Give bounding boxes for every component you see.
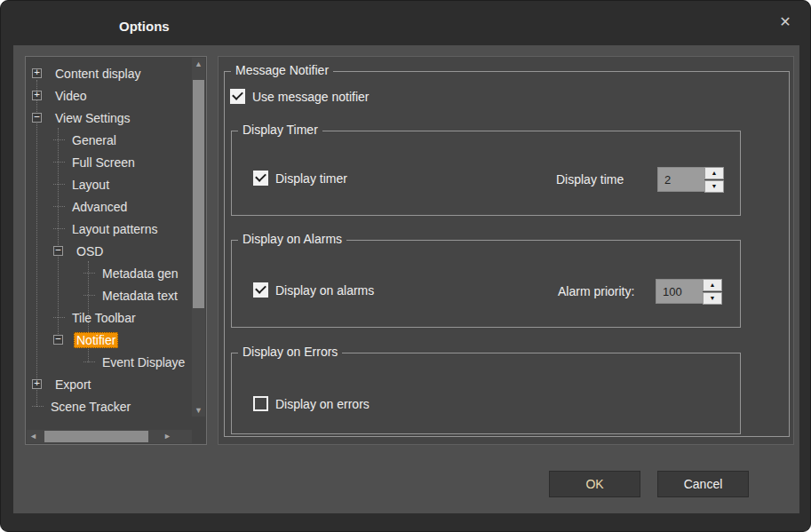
tree-item-tile-toolbar[interactable]: Tile Toolbar: [27, 306, 207, 329]
use-message-notifier-row: Use message notifier: [230, 89, 370, 104]
tree-horizontal-scrollbar[interactable]: ◄ ►: [27, 430, 192, 443]
checkmark-icon: [255, 282, 266, 294]
tree-item-layout[interactable]: Layout: [27, 173, 207, 195]
display-on-errors-row: Display on errors: [253, 396, 370, 411]
notifier-settings-panel: Message Notifier Use message notifier Di…: [218, 56, 794, 445]
tree-item-osd[interactable]: − OSD: [27, 240, 207, 262]
group-title: Message Notifier: [231, 63, 333, 77]
collapse-minus-icon[interactable]: −: [53, 335, 63, 345]
tree-item-view-settings[interactable]: − View Settings: [27, 107, 194, 129]
display-on-alarms-checkbox[interactable]: [253, 282, 268, 298]
display-on-alarms-row: Display on alarms: [253, 282, 374, 298]
dialog-body: + Content display + Video − View Setting…: [13, 45, 799, 513]
spin-up-icon[interactable]: ▲: [703, 279, 722, 291]
alarm-priority-spinner: 100 ▲ ▼: [656, 279, 722, 304]
display-timer-checkbox[interactable]: [253, 171, 268, 186]
alarm-priority-label: Alarm priority:: [558, 284, 634, 298]
display-time-value[interactable]: 2: [657, 167, 704, 192]
tree-item-metadata-general[interactable]: Metadata gen: [27, 262, 207, 284]
tree-item-event-displayed[interactable]: Event Displaye: [27, 351, 207, 373]
close-icon[interactable]: ✕: [775, 12, 795, 32]
tree-item-content-display[interactable]: + Content display: [27, 62, 194, 84]
tree-item-video[interactable]: + Video: [27, 84, 194, 107]
checkmark-icon: [255, 171, 266, 182]
window-title: Options: [119, 19, 170, 34]
display-time-label: Display time: [556, 172, 624, 187]
tree-item-layout-patterns[interactable]: Layout patterns: [27, 218, 207, 240]
spin-down-icon[interactable]: ▼: [704, 180, 724, 193]
expand-plus-icon[interactable]: +: [32, 68, 42, 78]
display-on-errors-group: Display on Errors Display on errors: [231, 353, 741, 434]
spin-up-icon[interactable]: ▲: [704, 167, 724, 179]
display-timer-group: Display Timer Display timer Display time…: [231, 131, 741, 216]
group-title: Display Timer: [238, 123, 322, 137]
tree-item-scene-tracker[interactable]: Scene Tracker: [27, 395, 194, 417]
display-timer-row: Display timer: [253, 171, 347, 186]
ok-button[interactable]: OK: [549, 471, 640, 497]
scroll-left-icon[interactable]: ◄: [27, 430, 40, 442]
spin-down-icon[interactable]: ▼: [703, 292, 722, 305]
tree-item-general[interactable]: General: [27, 129, 207, 151]
expand-plus-icon[interactable]: +: [32, 379, 42, 389]
cancel-button[interactable]: Cancel: [657, 471, 749, 497]
selected-tree-item: Notifier: [74, 332, 118, 348]
tree-item-advanced[interactable]: Advanced: [27, 195, 207, 218]
scroll-down-icon[interactable]: ▼: [192, 404, 205, 417]
display-time-spinner: 2 ▲ ▼: [657, 167, 724, 192]
tree-item-metadata-text[interactable]: Metadata text: [27, 284, 207, 306]
titlebar: Options ✕: [1, 1, 810, 45]
scroll-right-icon[interactable]: ►: [161, 430, 174, 442]
group-title: Display on Errors: [238, 345, 342, 359]
group-title: Display on Alarms: [238, 232, 346, 246]
tree-item-notifier[interactable]: − Notifier: [27, 329, 207, 351]
collapse-minus-icon[interactable]: −: [32, 113, 42, 123]
use-message-notifier-checkbox[interactable]: [230, 89, 245, 104]
collapse-minus-icon[interactable]: −: [53, 246, 63, 256]
alarm-priority-value[interactable]: 100: [656, 279, 703, 304]
display-on-alarms-group: Display on Alarms Display on alarms Alar…: [231, 240, 741, 328]
options-tree: + Content display + Video − View Setting…: [25, 56, 207, 445]
checkmark-icon: [232, 89, 243, 100]
tree-item-full-screen[interactable]: Full Screen: [27, 151, 207, 173]
tree-item-export[interactable]: + Export: [27, 373, 194, 395]
expand-plus-icon[interactable]: +: [32, 91, 42, 100]
options-dialog: Options ✕ + Content display + Video − Vi…: [0, 0, 811, 532]
display-on-errors-checkbox[interactable]: [253, 396, 268, 411]
scroll-up-icon[interactable]: ▲: [192, 58, 205, 70]
horizontal-scrollbar-thumb[interactable]: [44, 431, 148, 442]
